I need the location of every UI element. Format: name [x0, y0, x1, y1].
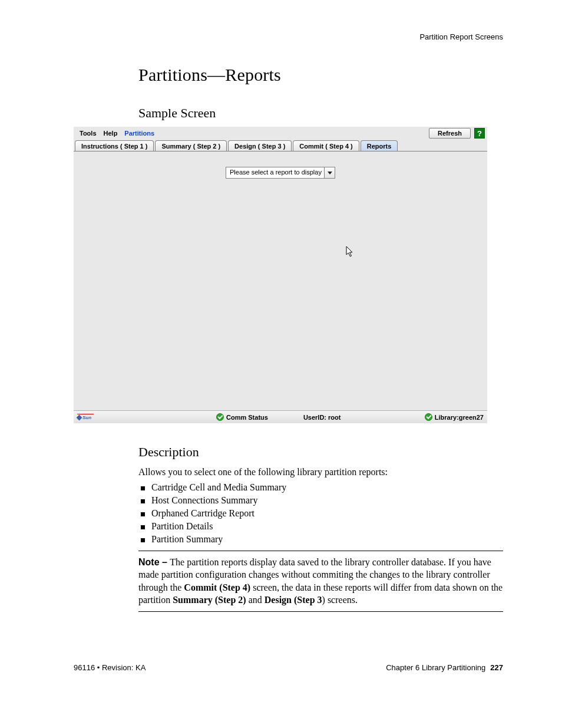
commit-ref: Commit (Step 4) [184, 582, 250, 592]
comm-status-label: Comm Status [226, 414, 268, 421]
list-item: Partition Summary [141, 534, 503, 545]
sample-screen-heading: Sample Screen [138, 106, 503, 121]
page-title: Partitions—Reports [138, 65, 503, 85]
note-text: ) screens. [322, 595, 358, 605]
note-text: and [246, 595, 265, 605]
running-header: Partition Report Screens [74, 32, 503, 41]
app-window: Tools Help Partitions Refresh ? Instruct… [74, 127, 487, 423]
note-box: Note – The partition reports display dat… [138, 551, 503, 612]
list-item: Orphaned Cartridge Report [141, 508, 503, 519]
chevron-down-icon [328, 172, 332, 174]
list-item: Cartridge Cell and Media Summary [141, 482, 503, 493]
library-status: Library:green27 [425, 413, 484, 421]
status-bar: Sun Comm Status UserID: root Library:gre… [74, 410, 487, 423]
library-label: Library:green27 [435, 414, 484, 421]
report-select[interactable]: Please select a report to display [226, 167, 335, 179]
tab-bar: Instructions ( Step 1 ) Summary ( Step 2… [74, 140, 487, 151]
list-item: Host Connections Summary [141, 495, 503, 506]
cursor-icon [346, 246, 355, 258]
description-intro: Allows you to select one of the followin… [138, 466, 503, 479]
help-button[interactable]: ? [474, 128, 485, 139]
menubar: Tools Help Partitions Refresh ? [74, 127, 487, 140]
note-label: Note – [138, 557, 170, 567]
tab-design[interactable]: Design ( Step 3 ) [228, 140, 292, 151]
check-icon [425, 413, 432, 421]
footer-right: Chapter 6 Library Partitioning227 [386, 663, 503, 672]
menu-partitions[interactable]: Partitions [121, 130, 158, 137]
page-footer: 96116 • Revision: KA Chapter 6 Library P… [74, 663, 503, 672]
menu-help[interactable]: Help [100, 130, 121, 137]
list-item: Partition Details [141, 521, 503, 532]
refresh-button[interactable]: Refresh [429, 128, 471, 139]
sun-logo-icon: Sun [77, 414, 94, 420]
footer-left: 96116 • Revision: KA [74, 663, 146, 672]
design-ref: Design (Step 3 [265, 595, 322, 605]
report-select-text: Please select a report to display [226, 167, 324, 178]
menu-tools[interactable]: Tools [76, 130, 100, 137]
summary-ref: Summary (Step 2) [173, 595, 246, 605]
tab-summary[interactable]: Summary ( Step 2 ) [155, 140, 227, 151]
tab-commit[interactable]: Commit ( Step 4 ) [293, 140, 359, 151]
tab-reports[interactable]: Reports [361, 140, 398, 151]
check-icon [216, 413, 224, 421]
description-heading: Description [138, 444, 503, 460]
tab-instructions[interactable]: Instructions ( Step 1 ) [75, 140, 154, 151]
report-list: Cartridge Cell and Media Summary Host Co… [138, 482, 503, 545]
dropdown-button[interactable] [324, 167, 335, 178]
user-id-label: UserID: root [303, 414, 341, 421]
app-body: Please select a report to display [74, 151, 487, 410]
comm-status: Comm Status [216, 413, 268, 421]
